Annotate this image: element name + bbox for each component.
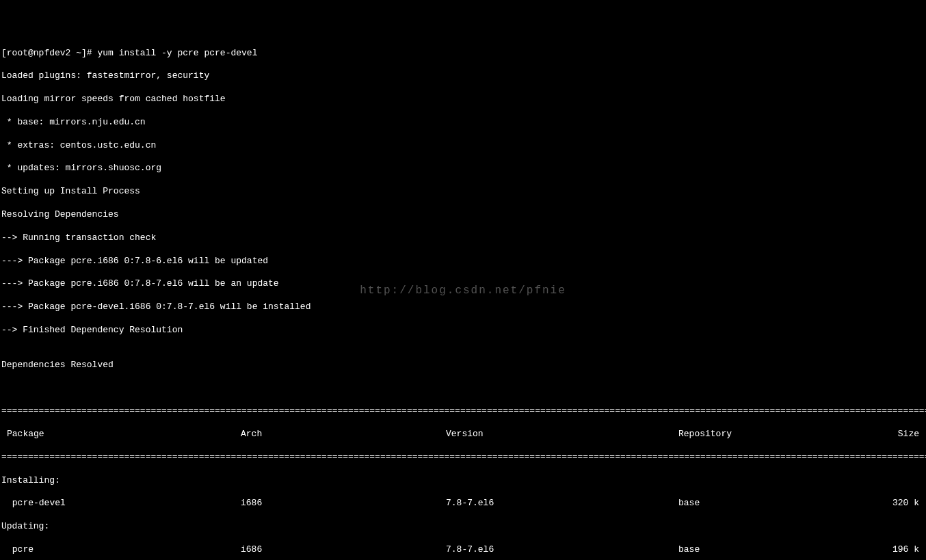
output-line: Dependencies Resolved [1,360,925,371]
cell-size: 320 k [849,498,925,509]
section-updating: Updating: [1,521,925,533]
output-line: --> Running transaction check [1,232,925,244]
cell-size: 196 k [849,544,925,556]
output-line: * base: mirrors.nju.edu.cn [1,117,925,129]
table-row: pcrei6867.8-7.el6base196 k [1,544,925,556]
cell-version: 7.8-7.el6 [446,544,678,556]
col-package: Package [1,429,241,440]
table-header-row: PackageArchVersionRepositorySize [1,429,925,440]
separator-double: ========================================… [1,452,925,464]
cell-repo: base [678,498,849,509]
col-size: Size [849,429,925,440]
output-line: Setting up Install Process [1,186,925,198]
col-repository: Repository [678,429,849,440]
output-line: Loading mirror speeds from cached hostfi… [1,94,925,105]
output-line [1,382,925,394]
output-line: ---> Package pcre.i686 0:7.8-7.el6 will … [1,278,925,290]
table-row: pcre-develi6867.8-7.el6base320 k [1,498,925,509]
output-line: ---> Package pcre-devel.i686 0:7.8-7.el6… [1,302,925,313]
output-line: --> Finished Dependency Resolution [1,325,925,336]
cell-package: pcre [1,544,241,556]
shell-prompt: [root@npfdev2 ~]# [1,48,97,58]
section-installing: Installing: [1,475,925,487]
cell-repo: base [678,544,849,556]
output-line: Resolving Dependencies [1,209,925,221]
cell-package: pcre-devel [1,498,241,509]
output-line: Loaded plugins: fastestmirror, security [1,70,925,82]
col-version: Version [446,429,678,440]
cell-version: 7.8-7.el6 [446,498,678,509]
shell-command: yum install -y pcre pcre-devel [97,48,257,58]
cell-arch: i686 [241,498,446,509]
separator-double: ========================================… [1,405,925,417]
col-arch: Arch [241,429,446,440]
output-line: ---> Package pcre.i686 0:7.8-6.el6 will … [1,256,925,267]
cell-arch: i686 [241,544,446,556]
output-line: * updates: mirrors.shuosc.org [1,163,925,174]
output-line: * extras: centos.ustc.edu.cn [1,140,925,152]
